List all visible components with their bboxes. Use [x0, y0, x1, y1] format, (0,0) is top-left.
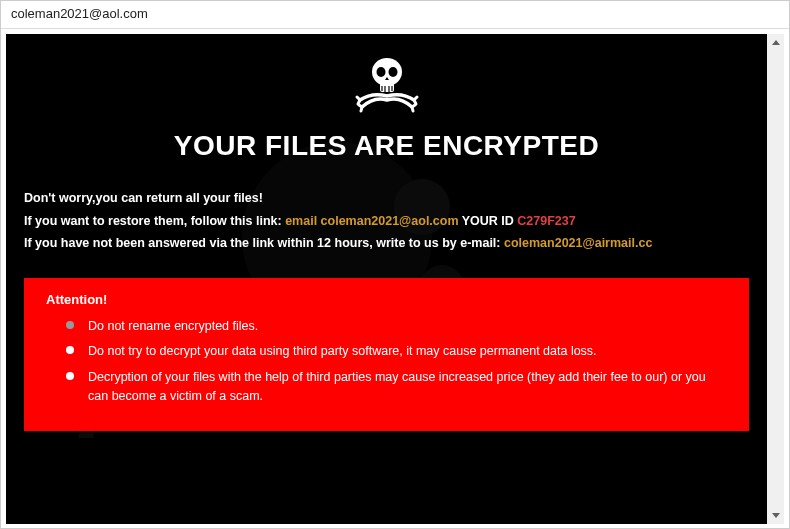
scroll-up-arrow-icon[interactable]	[767, 34, 784, 51]
skull-crossbones-icon	[352, 52, 422, 120]
headline: YOUR FILES ARE ENCRYPTED	[6, 130, 767, 162]
attention-item: Decryption of your files with the help o…	[66, 368, 727, 406]
attention-item: Do not try to decrypt your data using th…	[66, 342, 727, 361]
message-block: Don't worry,you can return all your file…	[6, 162, 767, 273]
line3-prefix: If you have not been answered via the li…	[24, 236, 504, 250]
secondary-email: coleman2021@airmail.cc	[504, 236, 652, 250]
scroll-down-arrow-icon[interactable]	[767, 507, 784, 524]
attention-item: Do not rename encrypted files.	[66, 317, 727, 336]
message-line-3: If you have not been answered via the li…	[24, 232, 749, 255]
ransom-note-panel: pcrisk.com	[6, 34, 767, 524]
attention-list: Do not rename encrypted files. Do not tr…	[46, 317, 727, 406]
primary-email-label: email	[285, 214, 320, 228]
attention-box: Attention! Do not rename encrypted files…	[24, 278, 749, 431]
primary-email: coleman2021@aol.com	[321, 214, 459, 228]
content-wrapper: pcrisk.com	[1, 29, 789, 529]
your-id-label: YOUR ID	[459, 214, 518, 228]
attention-title: Attention!	[46, 292, 727, 307]
line2-prefix: If you want to restore them, follow this…	[24, 214, 285, 228]
scroll-track[interactable]	[767, 51, 784, 507]
skull-section	[6, 34, 767, 120]
window-title-bar: coleman2021@aol.com	[1, 1, 789, 29]
message-line-1: Don't worry,you can return all your file…	[24, 187, 749, 210]
window-title: coleman2021@aol.com	[11, 6, 148, 21]
vertical-scrollbar[interactable]	[767, 34, 784, 524]
your-id-value: C279F237	[517, 214, 575, 228]
message-line-2: If you want to restore them, follow this…	[24, 210, 749, 233]
svg-point-7	[388, 67, 397, 77]
svg-point-6	[376, 67, 385, 77]
